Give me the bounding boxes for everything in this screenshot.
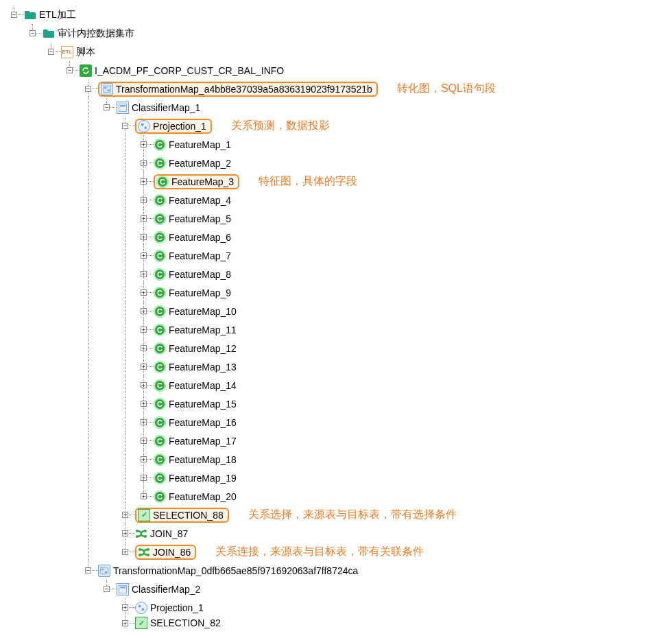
collapse-icon[interactable] [48, 49, 54, 55]
svg-rect-25 [142, 608, 144, 610]
node-label: FeatureMap_5 [167, 213, 232, 224]
expand-icon[interactable] [141, 308, 147, 314]
expand-icon[interactable] [141, 345, 147, 351]
node-label: 脚本 [75, 46, 97, 58]
tree-node-classifier[interactable]: ClassifierMap_2 [5, 580, 667, 598]
node-label: JOIN_87 [149, 528, 189, 539]
featuremap-icon: C [154, 231, 166, 244]
tree-node-featuremap[interactable]: CFeatureMap_10 [5, 302, 667, 320]
tree-node-featuremap[interactable]: CFeatureMap_14 [5, 376, 667, 394]
collapse-icon[interactable] [85, 567, 91, 574]
tree-node-join[interactable]: JOIN_87 [5, 524, 667, 543]
annotation-text: 关系选择，来源表与目标表，带有选择条件 [248, 508, 457, 522]
expand-icon[interactable] [122, 512, 128, 518]
tree-node-script[interactable]: ETL 脚本 [5, 43, 667, 61]
node-label: FeatureMap_15 [167, 399, 238, 410]
expand-icon[interactable] [141, 178, 147, 185]
svg-rect-24 [139, 605, 141, 607]
expand-icon[interactable] [141, 493, 147, 499]
expand-icon[interactable] [122, 549, 128, 555]
tree-node-transmap[interactable]: TransformationMap_0dfb665ae85f971692063a… [5, 561, 667, 580]
collapse-icon[interactable] [85, 86, 91, 92]
expand-icon[interactable] [141, 252, 147, 259]
node-label: FeatureMap_10 [167, 306, 238, 317]
expand-icon[interactable] [141, 401, 147, 407]
node-label: 审计内控数据集市 [56, 27, 136, 40]
tree-node-featuremap[interactable]: CFeatureMap_2 [5, 154, 667, 172]
collapse-icon[interactable] [29, 30, 36, 36]
expand-icon[interactable] [122, 620, 128, 626]
tree-node-selection[interactable]: SELECTION_82 [5, 617, 667, 629]
tree-node-featuremap[interactable]: CFeatureMap_5 [5, 209, 667, 228]
tree-node-projection[interactable]: Projection_1 关系预测，数据投影 [5, 117, 667, 135]
tree-node-featuremap[interactable]: CFeatureMap_19 [5, 469, 667, 487]
expand-icon[interactable] [141, 475, 147, 481]
svg-rect-23 [120, 587, 125, 588]
highlight-box: TransformationMap_a4bb8e37039a5a83631902… [98, 82, 378, 97]
tree-node-job[interactable]: I_ACDM_PF_CORP_CUST_CR_BAL_INFO [5, 61, 667, 80]
expand-icon[interactable] [141, 160, 147, 166]
tree-node-featuremap[interactable]: CFeatureMap_3特征图，具体的字段 [5, 172, 667, 191]
tree-node-root[interactable]: ETL加工 [5, 5, 667, 24]
tree-node-featuremap[interactable]: CFeatureMap_16 [5, 413, 667, 432]
expand-icon[interactable] [122, 530, 128, 536]
expand-icon[interactable] [141, 234, 147, 240]
svg-point-17 [147, 548, 149, 551]
node-label: FeatureMap_18 [167, 454, 238, 465]
tree-node-featuremap[interactable]: CFeatureMap_9 [5, 283, 667, 302]
collapse-icon[interactable] [11, 12, 17, 18]
collapse-icon[interactable] [104, 104, 110, 110]
expand-icon[interactable] [141, 382, 147, 388]
featuremap-icon: C [154, 472, 166, 484]
expand-icon[interactable] [141, 290, 147, 296]
projection-icon [138, 120, 150, 132]
svg-point-15 [139, 548, 141, 551]
node-label: ClassifierMap_1 [130, 102, 202, 113]
expand-icon[interactable] [141, 197, 147, 203]
expand-icon[interactable] [141, 141, 147, 147]
tree-node-featuremap[interactable]: CFeatureMap_6 [5, 228, 667, 246]
tree-node-featuremap[interactable]: CFeatureMap_7 [5, 246, 667, 265]
tree-node-featuremap[interactable]: CFeatureMap_12 [5, 339, 667, 357]
node-label: FeatureMap_8 [167, 269, 232, 280]
expand-icon[interactable] [141, 456, 147, 462]
tree-node-datamart[interactable]: 审计内控数据集市 [5, 24, 667, 43]
collapse-icon[interactable] [67, 67, 73, 73]
map-icon [98, 565, 110, 577]
expand-icon[interactable] [141, 271, 147, 277]
expand-icon[interactable] [141, 438, 147, 444]
etl-icon: ETL [61, 46, 73, 58]
svg-rect-4 [104, 86, 111, 92]
expand-icon[interactable] [122, 604, 128, 611]
svg-rect-19 [101, 567, 108, 574]
collapse-icon[interactable] [104, 586, 110, 592]
projection-icon [135, 602, 147, 614]
node-label: Projection_1 [149, 602, 205, 613]
expand-icon[interactable] [141, 327, 147, 333]
tree-node-featuremap[interactable]: CFeatureMap_15 [5, 394, 667, 413]
node-label: FeatureMap_7 [167, 250, 232, 261]
node-label: FeatureMap_2 [167, 158, 232, 169]
expand-icon[interactable] [141, 215, 147, 222]
tree-node-featuremap[interactable]: CFeatureMap_8 [5, 265, 667, 283]
featuremap-icon: C [154, 491, 166, 503]
tree-node-join[interactable]: JOIN_86 关系连接，来源表与目标表，带有关联条件 [5, 543, 667, 561]
annotation-text: 特征图，具体的字段 [259, 174, 357, 189]
tree-node-featuremap[interactable]: CFeatureMap_13 [5, 357, 667, 376]
tree-node-projection[interactable]: Projection_1 [5, 598, 667, 617]
tree-view: ETL加工 审计内控数据集市 ETL 脚本 I_ACDM_PF_CORP_CUS… [5, 5, 667, 629]
tree-node-featuremap[interactable]: CFeatureMap_18 [5, 450, 667, 469]
expand-icon[interactable] [141, 364, 147, 370]
node-label: JOIN_86 [152, 547, 192, 558]
tree-node-featuremap[interactable]: CFeatureMap_11 [5, 320, 667, 339]
collapse-icon[interactable] [122, 123, 128, 129]
tree-node-featuremap[interactable]: CFeatureMap_4 [5, 191, 667, 209]
tree-node-selection[interactable]: SELECTION_88 关系选择，来源表与目标表，带有选择条件 [5, 506, 667, 524]
tree-node-featuremap[interactable]: CFeatureMap_1 [5, 135, 667, 154]
tree-node-transmap[interactable]: TransformationMap_a4bb8e37039a5a83631902… [5, 80, 667, 98]
expand-icon[interactable] [141, 419, 147, 425]
featuremap-icon: C [154, 213, 166, 225]
tree-node-featuremap[interactable]: CFeatureMap_20 [5, 487, 667, 506]
tree-node-featuremap[interactable]: CFeatureMap_17 [5, 432, 667, 450]
tree-node-classifier[interactable]: ClassifierMap_1 [5, 98, 667, 117]
